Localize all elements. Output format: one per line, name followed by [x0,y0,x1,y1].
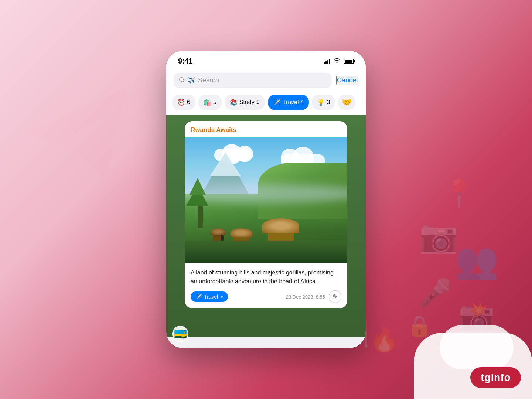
hut-large-roof [262,218,299,233]
cloud-decoration [414,332,532,399]
camera2-icon-bg: 📸 [458,299,495,334]
signal-icon [324,59,330,64]
hut-tiny-roof [211,228,225,235]
hut-small-roof [230,228,252,237]
message-card: Rwanda Awaits [185,121,347,308]
channel-avatar-flag: 🇷🇼 [173,327,188,341]
tab-study-label: Study [239,99,255,106]
tree-top-1b [190,178,206,195]
tab-recent[interactable]: ⏰ 6 [172,95,195,110]
tab-travel-label: Travel [283,99,299,106]
travel-tag-label: Travel [204,294,218,300]
cancel-button[interactable]: Cancel [336,76,358,85]
forward-button[interactable] [329,290,341,303]
search-area: ✈️ Search Cancel [166,69,366,93]
feed-area: Rwanda Awaits [166,115,366,337]
tginfo-badge: tginfo [470,367,521,388]
fire-icon-bg: 🔥 [369,325,399,353]
signal-bar-3 [327,60,328,64]
tab-study-count: 5 [256,99,260,106]
tab-more[interactable]: 🤝 [338,95,355,110]
tag-dot [221,296,223,298]
mist-layer [185,184,347,203]
search-emoji: ✈️ [188,77,195,84]
status-icons [324,58,354,65]
lock-icon-bg: 🔒 [407,314,432,338]
battery-icon [344,59,354,64]
tab-travel-count: 4 [301,99,304,106]
tab-shopping-emoji: 🛍️ [204,99,211,106]
battery-fill [345,60,352,63]
signal-bar-4 [329,59,330,64]
tab-ideas[interactable]: 💡 3 [312,95,335,110]
landscape-illustration [185,137,347,263]
message-timestamp: 23 Dec 2023, 8:55 [286,294,325,300]
search-input[interactable]: Search [198,76,327,84]
tab-shopping-count: 5 [213,99,216,106]
message-meta: 23 Dec 2023, 8:55 [286,290,341,303]
phone-frame: 9:41 [166,51,366,348]
microphone-icon-bg: 🎤 [418,277,453,310]
message-description: A land of stunning hills and majestic go… [191,268,341,286]
tab-study[interactable]: 📚 Study 5 [225,95,265,110]
message-header: Rwanda Awaits [185,121,347,137]
mountain-snow [210,152,241,176]
tab-more-emoji: 🤝 [342,98,352,107]
status-time: 9:41 [178,57,192,65]
travel-tag[interactable]: ✈️ Travel [191,291,228,302]
filter-tabs: ⏰ 6 🛍️ 5 📚 Study 5 ✈️ Travel 4 💡 3 🤝 [166,93,366,115]
signal-bar-1 [324,62,325,64]
message-image [185,137,347,263]
ground-vegetation [185,241,347,263]
tab-recent-emoji: ⏰ [177,99,185,106]
tab-ideas-emoji: 💡 [317,99,325,106]
tab-travel[interactable]: ✈️ Travel 4 [268,95,309,110]
camera-icon-bg: 📷 [419,218,458,255]
tab-travel-emoji: ✈️ [273,99,281,106]
message-text-area: A land of stunning hills and majestic go… [185,263,347,308]
search-icon [179,77,185,84]
location-icon-bg: 📍 [442,177,477,210]
status-bar: 9:41 [166,51,366,69]
channel-avatar: 🇷🇼 [172,326,188,342]
signal-bar-2 [325,61,327,64]
message-footer: ✈️ Travel 23 Dec 2023, 8:55 [191,290,341,303]
tab-ideas-count: 3 [327,99,330,106]
telegram-arrow-bg [22,74,140,192]
travel-tag-emoji: ✈️ [196,294,202,300]
channel-name: Rwanda Awaits [191,126,236,133]
tab-shopping[interactable]: 🛍️ 5 [198,95,222,110]
cloud-decoration-2 [440,325,514,369]
search-input-wrapper[interactable]: ✈️ Search [174,73,332,88]
figure-silhouette [221,235,224,241]
users-icon-bg: 👥 [455,240,499,282]
tab-study-emoji: 📚 [230,99,238,106]
wifi-icon [333,58,341,65]
tab-recent-count: 6 [187,99,190,106]
